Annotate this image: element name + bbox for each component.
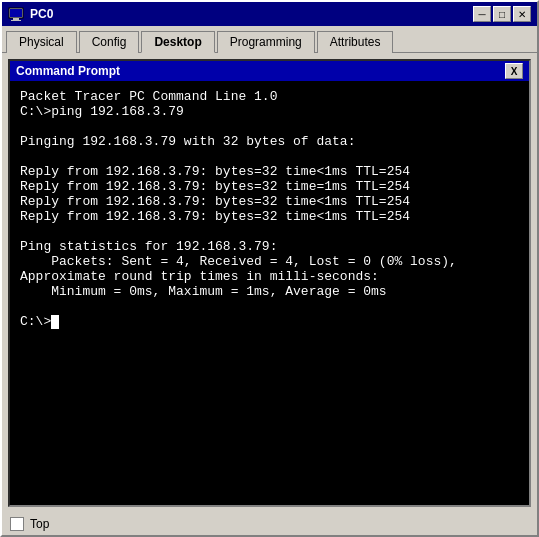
top-checkbox[interactable] xyxy=(10,517,24,531)
tab-desktop[interactable]: Desktop xyxy=(141,31,214,53)
command-prompt-window: Command Prompt X Packet Tracer PC Comman… xyxy=(8,59,531,507)
tab-programming[interactable]: Programming xyxy=(217,31,315,53)
cmd-body[interactable]: Packet Tracer PC Command Line 1.0 C:\>pi… xyxy=(10,81,529,505)
tab-attributes[interactable]: Attributes xyxy=(317,31,394,53)
cmd-title: Command Prompt xyxy=(16,64,120,78)
tab-physical[interactable]: Physical xyxy=(6,31,77,53)
cmd-title-bar: Command Prompt X xyxy=(10,61,529,81)
title-bar: PC0 ─ □ ✕ xyxy=(2,2,537,26)
cursor xyxy=(51,315,59,329)
svg-rect-3 xyxy=(11,20,21,21)
content-area: Command Prompt X Packet Tracer PC Comman… xyxy=(2,53,537,513)
tab-config[interactable]: Config xyxy=(79,31,140,53)
pc-icon xyxy=(8,6,24,22)
main-window: PC0 ─ □ ✕ Physical Config Desktop Progra… xyxy=(0,0,539,537)
tab-bar: Physical Config Desktop Programming Attr… xyxy=(2,26,537,53)
window-title: PC0 xyxy=(30,7,473,21)
maximize-button[interactable]: □ xyxy=(493,6,511,22)
cmd-close-button[interactable]: X xyxy=(505,63,523,79)
close-button[interactable]: ✕ xyxy=(513,6,531,22)
bottom-bar: Top xyxy=(2,513,537,535)
window-controls: ─ □ ✕ xyxy=(473,6,531,22)
top-label: Top xyxy=(30,517,49,531)
minimize-button[interactable]: ─ xyxy=(473,6,491,22)
svg-rect-1 xyxy=(10,9,22,17)
svg-rect-2 xyxy=(13,18,19,20)
